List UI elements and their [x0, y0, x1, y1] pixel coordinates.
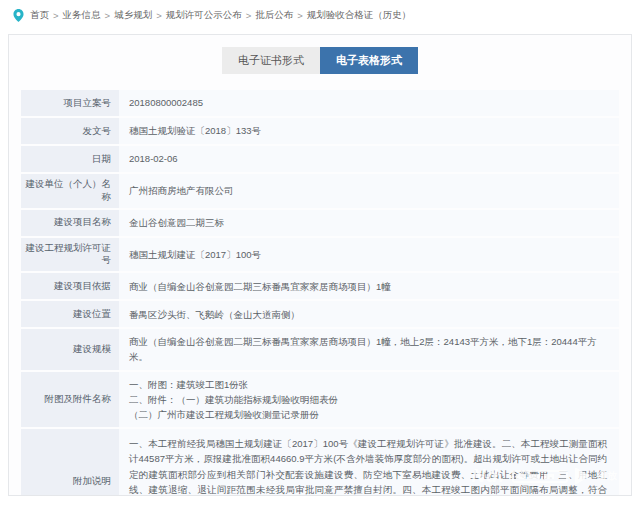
row-value: 商业（自编金山谷创意园二期三标番禺宜家家居商场项目）1幢，地上2层：24143平…: [119, 329, 619, 369]
table-row-date: 日期 2018-02-06: [21, 146, 619, 172]
row-label: 建设规模: [21, 329, 119, 369]
row-value: 广州招商房地产有限公司: [119, 174, 619, 208]
breadcrumb-item-home[interactable]: 首页: [30, 9, 49, 22]
row-label: 建设单位（个人）名称: [21, 174, 119, 208]
table-row-project-basis: 建设项目依据 商业（自编金山谷创意园二期三标番禺宜家家居商场项目）1幢: [21, 273, 619, 299]
row-label: 日期: [21, 146, 119, 172]
table-row-construction-unit: 建设单位（个人）名称 广州招商房地产有限公司: [21, 174, 619, 208]
row-label: 建设位置: [21, 301, 119, 327]
breadcrumb-item-current-page: 规划验收合格证（历史）: [307, 9, 412, 22]
row-label: 建设工程规划许可证号: [21, 238, 119, 272]
tab-electronic-certificate[interactable]: 电子证书形式: [222, 47, 320, 74]
breadcrumb-separator: >: [156, 10, 162, 21]
breadcrumb-item-post-approval[interactable]: 批后公布: [255, 9, 293, 22]
breadcrumb-item-urban-planning[interactable]: 城乡规划: [114, 9, 152, 22]
row-value: 番禺区沙头街、飞鹅岭（金山大道南侧）: [119, 301, 619, 327]
row-label: 发文号: [21, 118, 119, 144]
attachment-line: （二）广州市建设工程规划验收测量记录册份: [115, 407, 607, 422]
breadcrumb-item-permit-publicity[interactable]: 规划许可公示公布: [166, 9, 242, 22]
row-value: 一、本工程前经我局穗国土规划建证〔2017〕100号《建设工程规划许可证》批准建…: [119, 429, 619, 496]
row-label: 附图及附件名称: [21, 372, 119, 428]
row-value: 商业（自编金山谷创意园二期三标番禺宜家家居商场项目）1幢: [119, 273, 619, 299]
location-pin-icon: [13, 9, 24, 22]
table-row-case-number: 项目立案号 20180800002485: [21, 90, 619, 116]
breadcrumb: 首页 > 业务信息 > 城乡规划 > 规划许可公示公布 > 批后公布 > 规划验…: [0, 0, 640, 30]
table-row-project-name: 建设项目名称 金山谷创意园二期三标: [21, 210, 619, 236]
project-info-table: 项目立案号 20180800002485 发文号 穗国土规划验证〔2018〕13…: [21, 90, 619, 496]
row-label: 附加说明: [21, 429, 119, 496]
table-row-permit-number: 建设工程规划许可证号 穗国土规划建证〔2017〕100号: [21, 238, 619, 272]
row-value: 穗国土规划建证〔2017〕100号: [119, 238, 619, 272]
row-label: 建设项目名称: [21, 210, 119, 236]
row-value: 2018-02-06: [119, 146, 619, 172]
row-value: 20180800002485: [119, 90, 619, 116]
row-label: 建设项目依据: [21, 273, 119, 299]
table-row-attachments: 附图及附件名称 一、附图：建筑竣工图1份张 二、附件：（一）建筑功能指标规划验收…: [21, 372, 619, 428]
breadcrumb-separator: >: [297, 10, 303, 21]
attachment-line: 二、附件：（一）建筑功能指标规划验收明细表份: [129, 392, 607, 407]
breadcrumb-separator: >: [246, 10, 252, 21]
row-value: 金山谷创意园二期三标: [119, 210, 619, 236]
row-label: 项目立案号: [21, 90, 119, 116]
row-value: 一、附图：建筑竣工图1份张 二、附件：（一）建筑功能指标规划验收明细表份 （二）…: [119, 372, 619, 428]
breadcrumb-separator: >: [105, 10, 111, 21]
content-card: 电子证书形式 电子表格形式 项目立案号 20180800002485 发文号 穗…: [8, 34, 632, 496]
table-row-additional-notes: 附加说明 一、本工程前经我局穗国土规划建证〔2017〕100号《建设工程规划许可…: [21, 429, 619, 496]
table-row-document-number: 发文号 穗国土规划验证〔2018〕133号: [21, 118, 619, 144]
table-row-construction-scale: 建设规模 商业（自编金山谷创意园二期三标番禺宜家家居商场项目）1幢，地上2层：2…: [21, 329, 619, 369]
table-row-construction-location: 建设位置 番禺区沙头街、飞鹅岭（金山大道南侧）: [21, 301, 619, 327]
breadcrumb-item-business-info[interactable]: 业务信息: [63, 9, 101, 22]
view-mode-tabs: 电子证书形式 电子表格形式: [9, 47, 631, 74]
tab-electronic-table[interactable]: 电子表格形式: [320, 47, 418, 74]
breadcrumb-separator: >: [53, 10, 59, 21]
row-value: 穗国土规划验证〔2018〕133号: [119, 118, 619, 144]
attachment-line: 一、附图：建筑竣工图1份张: [129, 377, 607, 392]
